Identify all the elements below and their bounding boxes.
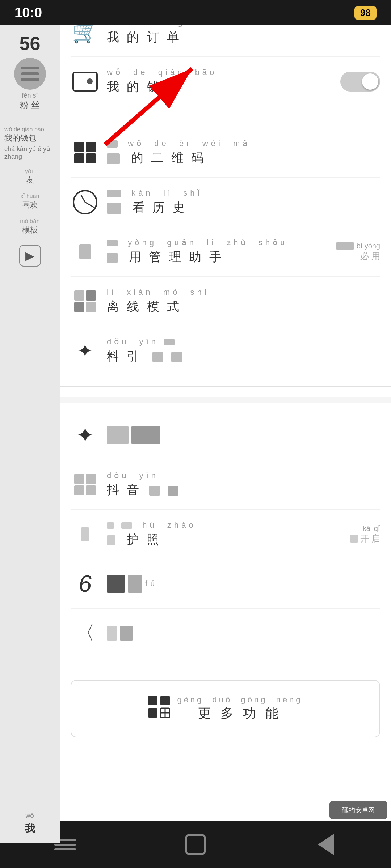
home-icon <box>185 834 206 855</box>
back-icon <box>318 834 334 855</box>
history-pinyin: kàn lì shǐ <box>107 188 380 198</box>
huzhao-icon <box>71 520 100 549</box>
wallet-pinyin: wǒ de qián bāo <box>107 68 340 77</box>
spark-icon: ✦ <box>71 336 100 365</box>
back-chevron-icon: 〈 <box>71 619 100 648</box>
douyin2-icon <box>71 470 100 499</box>
menu-section-3: ✦ dǒu yīn 抖 <box>60 410 391 669</box>
huzhao-chinese: 护 照 <box>107 531 350 548</box>
more-features-button[interactable]: gèng duō gōng néng 更 多 功 能 <box>71 680 380 737</box>
status-time: 10:0 <box>14 5 42 21</box>
menu-item-back[interactable]: 〈 <box>71 609 380 658</box>
clock-icon <box>71 188 100 217</box>
menu-item-offline[interactable]: lí xiàn mó shì 离 线 模 式 <box>71 277 380 326</box>
qr-icon <box>71 138 100 167</box>
huzhao-pinyin: hù zhào <box>107 520 350 530</box>
sidebar-fan-section: 56 fěn sī 粉 丝 <box>0 25 60 118</box>
douyin-chinese: 料 引 <box>107 348 380 365</box>
watermark: 砸约安卓网 <box>329 801 387 819</box>
qr-chinese: 的 二 维 码 <box>107 150 380 166</box>
helper-pinyin: yòng guǎn lǐ zhù shǒu <box>107 238 336 247</box>
menu-item-huzhao[interactable]: hù zhào 护 照 kāi qǐ 开 启 <box>71 510 380 559</box>
offline-icon <box>71 287 100 316</box>
avatar <box>14 58 46 90</box>
menu-section-2: wǒ de èr wéi mǎ 的 二 维 码 kàn lì <box>60 128 391 387</box>
more-features-pinyin: gèng duō gōng néng <box>177 695 302 705</box>
spark2-icon: ✦ <box>71 421 100 450</box>
menu-item-douyin2[interactable]: dǒu yīn 抖 音 <box>71 460 380 510</box>
status-bar: 10:0 98 <box>0 0 391 25</box>
fan-count: 56 <box>20 33 41 54</box>
douyin2-chinese: 抖 音 <box>107 482 380 498</box>
menu-item-helper[interactable]: yòng guǎn lǐ zhù shǒu 用 管 理 助 手 bì yòng … <box>71 227 380 277</box>
sidebar-wo-section: wǒ 我 <box>25 804 35 843</box>
offline-pinyin: lí xiàn mó shì <box>107 288 380 297</box>
helper-icon <box>71 237 100 266</box>
sidebar-wallet-section: wǒ de qián bāo 我的钱包 chá kàn yú é yǔ zhàn… <box>0 122 60 164</box>
notification-badge: 98 <box>354 6 377 20</box>
sidebar-you-item[interactable]: yǒu 友 <box>0 164 60 189</box>
sidebar-player-icon[interactable]: ▶ <box>19 245 41 267</box>
more-features-chinese: 更 多 功 能 <box>177 705 302 722</box>
helper-chinese: 用 管 理 助 手 <box>107 249 336 265</box>
orders-chinese: 我 的 订 单 <box>107 29 380 46</box>
douyin-pinyin: dǒu yīn <box>107 337 380 346</box>
menu-item-qrcode[interactable]: wǒ de èr wéi mǎ 的 二 维 码 <box>71 128 380 178</box>
svg-rect-2 <box>148 708 157 718</box>
main-content: 🛒 wǒ de dìng dān 我 的 订 单 wǒ de qián bāo … <box>60 0 391 843</box>
six-icon: 6 <box>71 569 100 598</box>
wallet-chinese: 我 的 钱 包 <box>107 78 340 95</box>
offline-chinese: 离 线 模 式 <box>107 298 380 315</box>
history-chinese: 看 历 史 <box>107 199 380 216</box>
douyin2-pinyin: dǒu yīn <box>107 471 380 480</box>
menu-item-spark2[interactable]: ✦ <box>71 410 380 460</box>
home-nav-button[interactable] <box>174 830 217 859</box>
sidebar-moban-item[interactable]: mó bǎn 模板 <box>0 214 60 239</box>
qr-pinyin: wǒ de èr wéi mǎ <box>107 139 380 148</box>
menu-item-history[interactable]: kàn lì shǐ 看 历 史 <box>71 178 380 227</box>
grid-icon <box>148 696 170 722</box>
wallet-icon <box>71 67 100 96</box>
menu-item-liu[interactable]: 6 fú <box>71 559 380 609</box>
watermark-text: 砸约安卓网 <box>342 806 375 814</box>
sidebar-xihuan-item[interactable]: xǐ huān 喜欢 <box>0 189 60 214</box>
fan-label: fěn sī 粉 丝 <box>20 92 40 111</box>
svg-rect-1 <box>160 696 170 705</box>
sidebar-nav-section: ▶ <box>0 239 60 272</box>
section-divider <box>60 397 391 403</box>
back-nav-button[interactable] <box>304 830 348 859</box>
menu-item-wallet[interactable]: wǒ de qián bāo 我 的 钱 包 <box>71 57 380 106</box>
wallet-toggle[interactable] <box>340 72 380 92</box>
menu-item-douyin[interactable]: ✦ dǒu yīn 料 引 <box>71 326 380 375</box>
svg-rect-0 <box>148 696 157 705</box>
left-sidebar: 56 fěn sī 粉 丝 wǒ de qián bāo 我的钱包 chá kà… <box>0 0 60 843</box>
